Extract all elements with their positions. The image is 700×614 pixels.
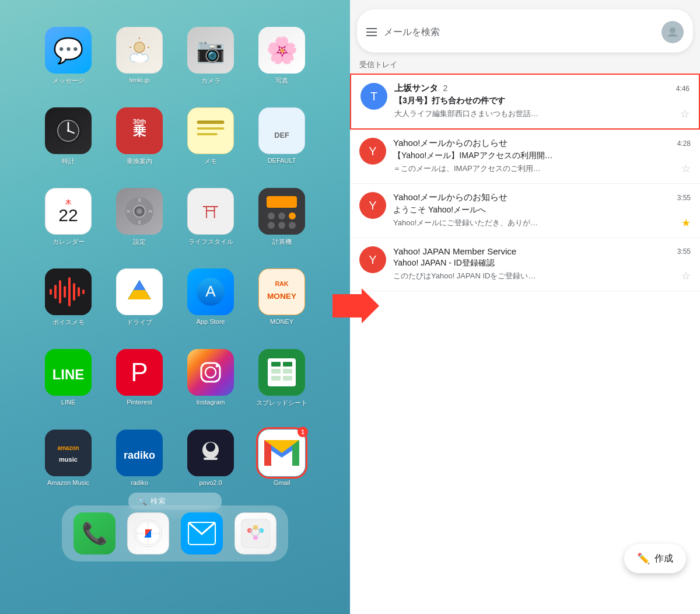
svg-point-81 [206,442,215,452]
email-preview-2: ＝このメールは、IMAPアクセスのご利用… [393,163,677,174]
svg-rect-69 [283,362,292,367]
app-voice[interactable]: ボイスメモ [36,265,100,341]
email-sender-1: 上坂サンタ [394,83,438,93]
app-memo-label: メモ [204,157,217,166]
gmail-search-placeholder[interactable]: メールを検索 [384,26,654,39]
app-amazon-music-label: Amazon Music [47,479,89,486]
email-avatar-4: Y [359,246,386,273]
app-gmail-label: Gmail [274,479,290,486]
email-item-1[interactable]: T 上坂サンタ 2 4:46 【3月号】打ち合わせの件です 大人ライフ編集部西口… [350,74,700,130]
iphone-dock: 📞 [62,505,288,561]
svg-point-65 [216,365,219,368]
dock-freeform[interactable] [235,512,276,554]
svg-point-27 [136,208,142,214]
app-clock[interactable]: 時計 [36,104,100,180]
email-item-4[interactable]: Y Yahoo! JAPAN Member Service 3:55 Yahoo… [350,238,700,291]
app-messages[interactable]: 💬 メッセージ [36,23,100,99]
app-default[interactable]: DEF DEFAULT [250,104,314,180]
email-item-3[interactable]: Y Yahoo!メールからのお知らせ 3:55 ようこそ Yahoo!メールへ … [350,184,700,238]
compose-icon: ✏️ [637,552,650,565]
svg-rect-74 [45,430,92,476]
svg-rect-20 [197,120,225,124]
dock-safari[interactable] [127,512,169,554]
app-line[interactable]: LINE LINE [36,346,100,421]
svg-rect-31 [149,210,152,212]
email-sender-2: Yahoo!メールからのおしらせ [393,138,508,149]
svg-rect-22 [197,133,218,135]
svg-point-64 [205,367,216,378]
app-photos-label: 写真 [275,76,288,85]
app-train[interactable]: 30th 乗 乗換案内 [107,104,172,180]
email-count-1: 2 [443,83,447,93]
app-lifestyle[interactable]: ⛩ ライフスタイル [178,184,243,260]
app-settings-label: 設定 [133,238,146,246]
app-povo[interactable]: povo2.0 [178,426,243,486]
svg-rect-71 [283,369,292,374]
email-content-4: Yahoo! JAPAN Member Service 3:55 Yahoo! … [393,246,691,282]
app-photos[interactable]: 🌸 写真 [250,23,314,99]
app-money-label: MONEY [270,318,293,325]
svg-text:LINE: LINE [52,367,85,382]
app-drive[interactable]: ドライブ [107,265,172,341]
app-instagram[interactable]: Instagram [178,346,243,421]
app-pinterest[interactable]: P Pinterest [107,346,172,421]
app-calc[interactable]: 計算機 [250,184,314,260]
email-avatar-1: T [360,83,387,110]
dock-mail[interactable] [181,512,223,554]
dock-phone[interactable]: 📞 [74,512,116,554]
svg-rect-35 [267,196,297,208]
svg-marker-104 [332,288,379,323]
svg-text:radiko: radiko [124,449,155,461]
app-train-label: 乗換案内 [127,157,152,166]
svg-rect-29 [138,221,141,224]
app-camera[interactable]: 📷 カメラ [178,23,243,99]
svg-point-37 [278,212,285,219]
email-preview-4: このたびはYahoo! JAPAN IDをご登録い… [393,271,677,281]
star-icon-4[interactable]: ☆ [681,270,691,282]
gmail-screen: メールを検索 受信トレイ T 上坂サンタ 2 [350,0,700,614]
email-avatar-3: Y [359,192,386,219]
svg-point-39 [268,222,275,229]
app-gmail[interactable]: 1 Gmail [250,426,314,486]
app-radiko[interactable]: radiko radiko [107,426,172,486]
hamburger-menu[interactable] [366,28,377,36]
email-sender-4: Yahoo! JAPAN Member Service [393,246,516,256]
user-avatar[interactable] [662,21,684,43]
svg-point-40 [278,222,285,229]
compose-label: 作成 [654,553,673,565]
svg-text:P: P [131,358,148,386]
email-item-2[interactable]: Y Yahoo!メールからのおしらせ 4:28 【Yahoo!メール】IMAPア… [350,130,700,184]
email-list: T 上坂サンタ 2 4:46 【3月号】打ち合わせの件です 大人ライフ編集部西口… [350,74,700,614]
app-calendar[interactable]: 木 22 カレンダー [36,184,100,260]
svg-point-36 [268,212,275,219]
app-money[interactable]: RAK MONEY MONEY [250,265,314,341]
star-icon-1[interactable]: ☆ [680,107,690,120]
star-icon-2[interactable]: ☆ [681,162,691,175]
svg-text:MONEY: MONEY [267,292,296,301]
svg-rect-47 [68,277,71,306]
app-settings[interactable]: 設定 [107,184,172,260]
app-amazon-music[interactable]: amazon music Amazon Music [36,426,100,486]
email-sender-3: Yahoo!メールからのお知らせ [393,192,508,203]
compose-button[interactable]: ✏️ 作成 [624,544,686,573]
star-icon-3[interactable]: ★ [681,217,691,229]
svg-rect-68 [271,362,281,367]
app-memo[interactable]: メモ [178,104,243,180]
svg-rect-72 [271,376,281,381]
svg-text:amazon: amazon [57,445,79,451]
app-tenki[interactable]: tenki.jp [107,23,172,99]
svg-rect-46 [64,286,66,298]
inbox-label: 受信トレイ [350,53,700,74]
svg-rect-73 [283,376,292,381]
app-sheets[interactable]: スプレッドシート [250,346,314,421]
app-povo-label: povo2.0 [199,479,222,486]
email-time-3: 3:55 [677,194,691,202]
svg-rect-70 [271,369,281,374]
direction-arrow [332,288,379,326]
svg-rect-45 [59,280,61,303]
app-radiko-label: radiko [131,479,148,486]
app-tenki-label: tenki.jp [130,76,150,83]
email-time-2: 4:28 [677,139,691,148]
app-messages-label: メッセージ [52,76,85,85]
app-appstore[interactable]: A App Store [178,265,243,341]
